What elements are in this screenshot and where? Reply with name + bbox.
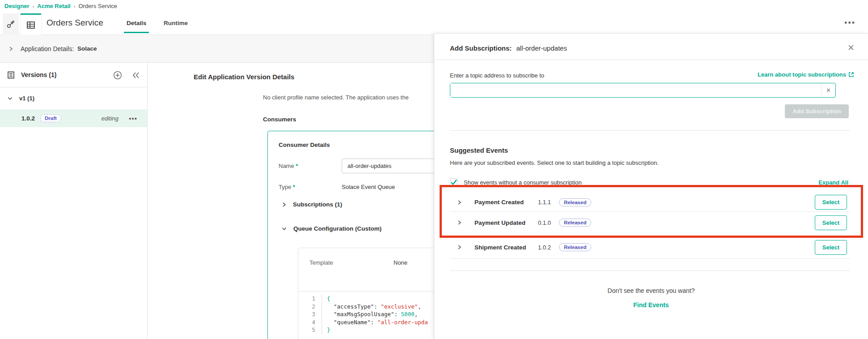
panel-title: Add Subscriptions: <box>450 44 512 52</box>
event-version: 1.1.1 <box>538 199 551 206</box>
more-options-icon[interactable]: ••• <box>844 18 855 28</box>
select-event-button[interactable]: Select <box>815 195 847 210</box>
collapse-panel-icon[interactable] <box>132 72 140 79</box>
tab-details[interactable]: Details <box>127 20 146 26</box>
application-details-bar[interactable]: Application Details: Solace <box>0 35 434 63</box>
topic-address-input-wrap: ✕ <box>450 83 836 98</box>
footer-question: Don't see the events you want? <box>434 287 868 294</box>
code-line: 1{ <box>298 295 434 303</box>
consumers-section-label: Consumers <box>263 116 296 123</box>
code-text: "queueName": "all-order-upda <box>322 318 428 326</box>
line-number: 4 <box>298 318 322 326</box>
event-version: 0.1.0 <box>538 219 551 226</box>
consumer-details-card: Consumer Details Name * Type * Solace Ev… <box>267 131 434 339</box>
template-label: Template <box>309 259 333 266</box>
versions-header: Versions (1) <box>0 63 147 87</box>
breadcrumb-current: Orders Service <box>78 3 117 9</box>
event-row-shipment-created[interactable]: Shipment Created 1.0.2 Released Select <box>450 236 850 259</box>
version-group-label: v1 (1) <box>19 95 34 102</box>
page-header: Orders Service Details Runtime ••• <box>0 12 868 35</box>
version-more-options-icon[interactable]: ••• <box>129 115 137 122</box>
line-number: 5 <box>298 326 322 334</box>
released-badge: Released <box>559 198 592 206</box>
editing-status: editing <box>102 115 119 122</box>
code-text: "accessType": "exclusive", <box>322 303 421 311</box>
learn-topic-subscriptions-link[interactable]: Learn about topic subscriptions <box>758 71 854 78</box>
show-events-checkbox[interactable] <box>450 178 458 186</box>
topic-address-input[interactable] <box>450 83 817 97</box>
edit-version-panel: Edit Application Version Details No clie… <box>148 63 434 339</box>
consumer-type-value: Solace Event Queue <box>342 184 395 190</box>
select-event-button[interactable]: Select <box>815 215 847 230</box>
queue-template-box: Template None ⋮ 1{2 "accessType": "exclu… <box>298 248 434 339</box>
external-link-icon <box>848 72 854 77</box>
chevron-right-icon: › <box>74 4 76 9</box>
code-text: } <box>322 326 330 334</box>
chevron-down-icon <box>281 226 287 232</box>
code-line: 4 "queueName": "all-order-upda <box>298 318 434 326</box>
document-icon <box>7 71 15 79</box>
subscriptions-section-label: Subscriptions (1) <box>293 201 342 208</box>
breadcrumb-designer[interactable]: Designer <box>4 3 30 9</box>
template-value: None <box>394 259 407 266</box>
edit-version-title: Edit Application Version Details <box>194 73 294 81</box>
event-name: Shipment Created <box>474 244 532 251</box>
clear-input-icon[interactable]: ✕ <box>821 83 835 97</box>
line-number: 1 <box>298 295 322 303</box>
chevron-right-icon[interactable] <box>457 200 462 205</box>
topic-address-label: Enter a topic address to subscribe to <box>450 72 544 79</box>
subscriptions-section-toggle[interactable]: Subscriptions (1) <box>281 201 342 208</box>
code-text: "maxMsgSpoolUsage": 5000, <box>322 310 418 318</box>
chevron-right-icon: › <box>33 4 34 9</box>
code-line: 2 "accessType": "exclusive", <box>298 303 434 311</box>
add-subscription-button[interactable]: Add Subscription <box>785 104 849 118</box>
expand-all-link[interactable]: Expand All <box>818 179 848 186</box>
version-number: 1.0.2 <box>21 115 35 122</box>
chevron-right-icon <box>281 202 287 207</box>
client-profile-notice: No client profile name selected. The app… <box>263 94 409 101</box>
consumer-name-input[interactable] <box>342 159 434 173</box>
tab-runtime[interactable]: Runtime <box>164 20 188 26</box>
versions-title: Versions (1) <box>21 71 56 78</box>
select-event-button[interactable]: Select <box>815 240 847 255</box>
version-group-v1[interactable]: v1 (1) <box>0 87 147 109</box>
consumer-details-title: Consumer Details <box>279 142 330 148</box>
event-row-payment-created[interactable]: Payment Created 1.1.1 Released Select <box>450 193 850 212</box>
queue-config-section-label: Queue Configuration (Custom) <box>293 225 381 232</box>
line-number: 2 <box>298 303 322 311</box>
event-name: Payment Created <box>474 199 532 206</box>
event-name: Payment Updated <box>474 219 532 226</box>
line-number: 3 <box>298 310 322 318</box>
graph-view-icon <box>6 20 15 29</box>
version-row-selected[interactable]: 1.0.2 Draft editing ••• <box>0 109 147 127</box>
breadcrumb-acme-retail[interactable]: Acme Retail <box>37 3 70 9</box>
versions-sidebar: Versions (1) v1 (1) 1.0.2 Draft <box>0 63 148 339</box>
close-icon[interactable]: ✕ <box>847 43 855 53</box>
draft-badge: Draft <box>40 114 61 122</box>
chevron-down-icon <box>7 95 13 101</box>
page-title: Orders Service <box>47 18 103 28</box>
chevron-right-icon[interactable] <box>457 220 462 225</box>
divider <box>450 130 850 131</box>
name-field-label: Name * <box>279 163 298 169</box>
divider <box>450 270 850 271</box>
released-badge: Released <box>559 243 592 251</box>
event-version: 1.0.2 <box>538 244 551 251</box>
list-view-toggle[interactable] <box>21 13 41 35</box>
required-asterisk: * <box>296 163 298 169</box>
add-version-icon[interactable] <box>113 71 122 80</box>
chevron-right-icon[interactable] <box>457 245 462 250</box>
suggested-events-description: Here are your subscribed events. Select … <box>450 159 659 166</box>
graph-view-toggle[interactable] <box>3 13 19 35</box>
suggested-events-heading: Suggested Events <box>450 146 508 154</box>
add-subscriptions-panel: Add Subscriptions: all-order-updates ✕ E… <box>434 33 868 339</box>
released-badge: Released <box>559 219 592 227</box>
checkmark-icon <box>450 179 457 185</box>
find-events-link[interactable]: Find Events <box>434 301 868 309</box>
chevron-right-icon <box>8 46 13 51</box>
required-asterisk: * <box>293 184 295 190</box>
queue-config-section-toggle[interactable]: Queue Configuration (Custom) <box>281 225 381 232</box>
show-events-checkbox-label: Show events without a consumer subscript… <box>464 179 582 186</box>
queue-config-code-editor[interactable]: 1{2 "accessType": "exclusive",3 "maxMsgS… <box>298 291 434 339</box>
event-row-payment-updated[interactable]: Payment Updated 0.1.0 Released Select <box>450 212 850 233</box>
